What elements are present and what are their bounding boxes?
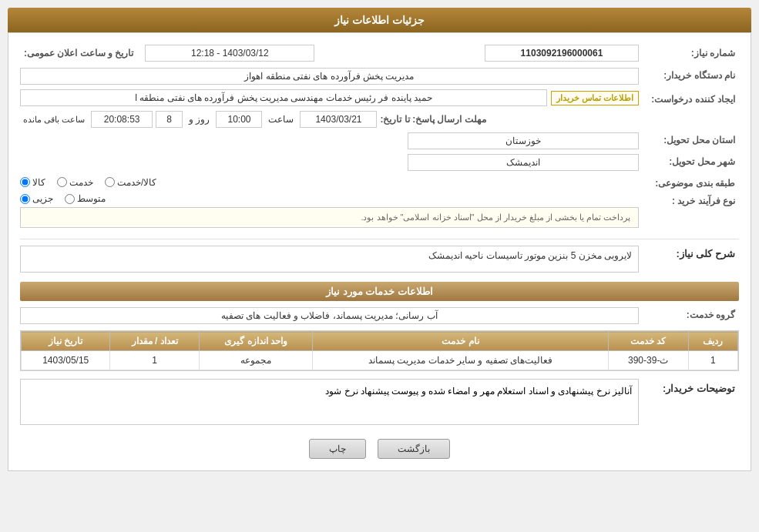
send-time: 10:00	[216, 111, 262, 128]
radio-motavasset[interactable]: متوسط	[65, 193, 106, 204]
classification-label: طبقه بندی موضوعی:	[639, 176, 739, 189]
button-row: بازگشت چاپ	[20, 439, 739, 459]
send-time-label: ساعت	[265, 114, 297, 125]
purchase-type-label: نوع فرآیند خرید :	[639, 193, 739, 206]
radio-jozii[interactable]: جزیی	[20, 193, 53, 204]
table-row: 1ث-39-390فعالیت‌های تصفیه و سایر خدمات م…	[22, 351, 738, 370]
buyer-notes-label: توضیحات خریدار:	[639, 379, 739, 394]
table-cell: 1403/05/15	[22, 351, 110, 370]
table-cell: ث-39-390	[608, 351, 688, 370]
back-button[interactable]: بازگشت	[378, 439, 450, 459]
send-day: 8	[156, 111, 183, 128]
radio-kala-khedmat-label: کالا/خدمت	[117, 177, 156, 188]
send-remaining-label: ساعت باقی مانده	[20, 115, 88, 125]
general-description-label: شرح کلی نیاز:	[639, 246, 739, 259]
radio-jozii-label: جزیی	[32, 193, 53, 204]
creator-link[interactable]: اطلاعات تماس خریدار	[551, 91, 639, 105]
announcement-value: 1403/03/12 - 12:18	[145, 45, 314, 62]
radio-kala-input[interactable]	[20, 177, 30, 187]
province-value: خوزستان	[408, 132, 639, 149]
print-button[interactable]: چاپ	[309, 439, 366, 459]
radio-kala-khedmat[interactable]: کالا/خدمت	[105, 177, 156, 188]
table-cell: 1	[110, 351, 199, 370]
buyer-label: نام دستگاه خریدار:	[639, 68, 739, 81]
col-header-4: تعداد / مقدار	[110, 332, 199, 351]
col-header-1: کد خدمت	[608, 332, 688, 351]
table-cell: 1	[688, 351, 737, 370]
city-label: شهر محل تحویل:	[639, 154, 739, 167]
radio-motavasset-label: متوسط	[77, 193, 106, 204]
province-label: استان محل تحویل:	[639, 132, 739, 146]
service-group-value: آب رسانی؛ مدیریت پسماند، فاضلاب و فعالیت…	[20, 307, 639, 324]
purchase-notice: پرداخت تمام یا بخشی از مبلغ خریدار از مح…	[20, 207, 639, 228]
buyer-value: مدیریت پخش فرآورده های نفتی منطقه اهواز	[20, 68, 639, 85]
announcement-label: تاریخ و ساعت اعلان عمومی:	[20, 48, 137, 59]
col-header-5: تاریخ نیاز	[22, 332, 110, 351]
radio-khedmat[interactable]: خدمت	[57, 177, 93, 188]
buyer-notes-value	[20, 379, 639, 425]
radio-kala[interactable]: کالا	[20, 177, 45, 188]
page-header: جزئیات اطلاعات نیاز	[8, 8, 751, 32]
col-header-0: ردیف	[688, 332, 737, 351]
col-header-2: نام خدمت	[313, 332, 608, 351]
send-date: 1403/03/21	[300, 111, 377, 128]
radio-khedmat-label: خدمت	[69, 177, 93, 188]
radio-jozii-input[interactable]	[20, 194, 30, 204]
radio-khedmat-input[interactable]	[57, 177, 67, 187]
need-number-label: شماره نیاز:	[646, 48, 739, 59]
services-section-header: اطلاعات خدمات مورد نیاز	[20, 282, 739, 301]
radio-kala-label: کالا	[32, 177, 45, 188]
radio-motavasset-input[interactable]	[65, 194, 75, 204]
services-table: ردیف کد خدمت نام خدمت واحد اندازه گیری ت…	[20, 330, 739, 371]
general-description-value: لایروبی مخزن 5 بنزین موتور تاسیسات ناحیه…	[20, 246, 639, 273]
table-cell: مجموعه	[199, 351, 313, 370]
page-title: جزئیات اطلاعات نیاز	[334, 14, 425, 26]
service-group-label: گروه خدمت:	[639, 307, 739, 320]
send-date-label: مهلت ارسال پاسخ: تا تاریخ:	[380, 114, 489, 125]
send-day-label: روز و	[186, 114, 213, 125]
table-cell: فعالیت‌های تصفیه و سایر خدمات مدیریت پسم…	[313, 351, 608, 370]
col-header-3: واحد اندازه گیری	[199, 332, 313, 351]
radio-kala-khedmat-input[interactable]	[105, 177, 115, 187]
need-number-value: 1103092196000061	[485, 45, 639, 62]
creator-value: حمید پاینده فر رئیس خدمات مهندسی مدیریت …	[20, 89, 547, 106]
creator-label: ایجاد کننده درخواست:	[639, 92, 739, 105]
city-value: اندیمشک	[408, 154, 639, 171]
send-remaining: 20:08:53	[91, 111, 153, 128]
